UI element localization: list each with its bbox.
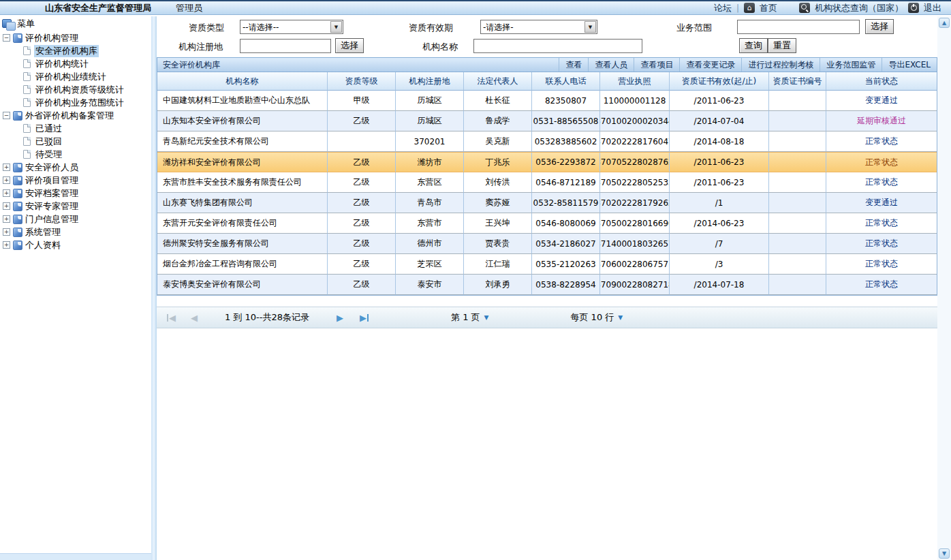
expand-icon[interactable]: +	[3, 228, 10, 236]
sidebar-node-label[interactable]: 安全评价人员	[25, 161, 78, 174]
sidebar-item-label[interactable]: 评价机构资质等级统计	[34, 84, 125, 96]
sidebar-node-label[interactable]: 评价机构管理	[25, 32, 78, 44]
forum-link[interactable]: 论坛	[714, 2, 732, 14]
column-header[interactable]: 机构注册地	[396, 72, 464, 91]
sidebar-node-label[interactable]: 安评档案管理	[25, 187, 78, 200]
table-row[interactable]: 德州聚安特安全服务有限公司乙级德州市贾表贵0534-21860273714000…	[157, 234, 937, 254]
collapse-icon[interactable]: −	[3, 112, 10, 119]
sidebar-node[interactable]: +安全评价人员	[0, 161, 151, 174]
toolbar-button-0[interactable]: 查看	[559, 58, 588, 72]
table-row[interactable]: 东营市胜丰安全技术服务有限责任公司乙级东营区刘传洪0546-8712189370…	[157, 172, 937, 193]
status-query-icon[interactable]	[799, 3, 810, 13]
qual-type-select[interactable]: --请选择-- ▼	[240, 20, 343, 34]
table-row[interactable]: 东营开元安全评价有限责任公司乙级东营市王兴坤0546-8080069370500…	[157, 213, 937, 234]
sidebar-node[interactable]: +系统管理	[0, 225, 151, 238]
toolbar-button-3[interactable]: 查看变更记录	[679, 58, 741, 72]
reg-choose-button[interactable]: 选择	[335, 38, 364, 53]
sidebar-node-label[interactable]: 外省评价机构备案管理	[25, 110, 114, 122]
page-select-caret-icon[interactable]: ▼	[484, 314, 489, 321]
vertical-scrollbar[interactable]: ▲ ▼	[937, 16, 951, 560]
sidebar-item-label[interactable]: 已驳回	[34, 136, 63, 148]
table-row[interactable]: 青岛新纪元安全技术有限公司370201吴克新053283885602370202…	[157, 131, 937, 152]
last-page-button[interactable]: ▶	[360, 313, 369, 323]
validity-select[interactable]: -请选择- ▼	[480, 20, 597, 34]
sidebar-item-label[interactable]: 评价机构业务范围统计	[34, 97, 125, 109]
sidebar-item[interactable]: 评价机构业务范围统计	[0, 96, 151, 109]
toolbar-button-5[interactable]: 业务范围监管	[820, 58, 882, 72]
prev-page-button[interactable]: ◀	[191, 313, 198, 323]
table-row[interactable]: 烟台金邦冶金工程咨询有限公司乙级芝罘区江仁瑞0535-2120263370600…	[157, 254, 937, 275]
sidebar-item-label[interactable]: 待受理	[34, 149, 63, 161]
table-row[interactable]: 泰安博奥安全评价有限公司乙级泰安市刘承勇0538-822895437090022…	[157, 275, 937, 295]
table-cell: 0538-8228954	[532, 275, 600, 295]
column-header[interactable]: 联系人电话	[532, 72, 600, 91]
toolbar-button-6[interactable]: 导出EXCEL	[882, 58, 937, 72]
sidebar-item-label[interactable]: 已通过	[34, 123, 63, 135]
table-row[interactable]: 潍坊祥和安全评价有限公司乙级潍坊市丁兆乐0536-229387237070522…	[157, 152, 937, 172]
sidebar-node[interactable]: −评价机构管理	[0, 31, 151, 44]
org-name-input[interactable]	[473, 39, 642, 53]
expand-icon[interactable]: +	[3, 241, 10, 249]
table-row[interactable]: 中国建筑材料工业地质勘查中心山东总队甲级历城区杜长征82350807110000…	[157, 91, 937, 111]
expand-icon[interactable]: +	[3, 164, 10, 171]
column-header[interactable]: 机构名称	[157, 72, 328, 91]
logout-icon[interactable]	[908, 3, 919, 13]
sidebar-node[interactable]: +评价项目管理	[0, 174, 151, 187]
sidebar-node[interactable]: +个人资料	[0, 238, 151, 251]
search-button[interactable]: 查询	[739, 38, 768, 53]
sidebar-item-label[interactable]: 评价机构业绩统计	[34, 71, 108, 83]
table-cell: 110000001128	[600, 91, 670, 111]
column-header[interactable]: 资质证书有效(起/止)	[670, 72, 769, 91]
sidebar-item[interactable]: 待受理	[0, 148, 151, 161]
scope-input[interactable]	[737, 20, 860, 34]
sidebar-node[interactable]: +安评档案管理	[0, 187, 151, 200]
toolbar-button-1[interactable]: 查看人员	[588, 58, 634, 72]
home-link[interactable]: 首页	[760, 2, 777, 14]
scroll-down-icon[interactable]: ▼	[939, 548, 950, 559]
sidebar-item[interactable]: 安全评价机构库	[0, 44, 151, 57]
dropdown-arrow-icon[interactable]: ▼	[330, 21, 342, 33]
sidebar-node-label[interactable]: 评价项目管理	[25, 174, 78, 187]
per-page-caret-icon[interactable]: ▼	[618, 314, 623, 321]
column-header[interactable]: 营业执照	[600, 72, 670, 91]
column-header[interactable]: 当前状态	[826, 72, 937, 91]
panel-divider[interactable]	[151, 16, 157, 560]
expand-icon[interactable]: +	[3, 176, 10, 184]
expand-icon[interactable]: +	[3, 189, 10, 197]
sidebar-node[interactable]: +安评专家管理	[0, 200, 151, 213]
status-query-link[interactable]: 机构状态查询（国家）	[815, 2, 903, 14]
sidebar-item-label[interactable]: 评价机构统计	[34, 58, 90, 70]
sidebar-item[interactable]: 评价机构资质等级统计	[0, 83, 151, 96]
column-header[interactable]: 法定代表人	[464, 72, 532, 91]
sidebar-node[interactable]: −外省评价机构备案管理	[0, 109, 151, 122]
expand-icon[interactable]: +	[3, 215, 10, 223]
table-row[interactable]: 山东知本安全评价有限公司乙级历城区鲁成学0531-885655083701002…	[157, 111, 937, 131]
next-page-button[interactable]: ▶	[337, 313, 343, 323]
toolbar-button-2[interactable]: 查看项目	[634, 58, 679, 72]
sidebar-node-label[interactable]: 安评专家管理	[25, 200, 78, 213]
sidebar-item[interactable]: 评价机构业绩统计	[0, 70, 151, 83]
expand-icon[interactable]: +	[3, 202, 10, 210]
scroll-up-icon[interactable]: ▲	[939, 18, 950, 28]
sidebar-node-label[interactable]: 系统管理	[25, 226, 61, 238]
table-row[interactable]: 山东赛飞特集团有限公司乙级青岛市窦苏娅0532-8581157937020222…	[157, 193, 937, 213]
column-header[interactable]: 资质等级	[328, 72, 396, 91]
sidebar-item[interactable]: 已通过	[0, 122, 151, 135]
sidebar-item[interactable]: 已驳回	[0, 135, 151, 148]
reset-button[interactable]: 重置	[768, 38, 796, 53]
sidebar-item-label[interactable]: 安全评价机构库	[34, 45, 99, 57]
collapse-icon[interactable]: −	[3, 34, 10, 42]
sidebar-node[interactable]: +门户信息管理	[0, 213, 151, 225]
org-name-label: 机构名称	[422, 41, 458, 53]
dropdown-arrow-icon[interactable]: ▼	[584, 21, 596, 33]
toolbar-button-4[interactable]: 进行过程控制考核	[741, 58, 820, 72]
sidebar-node-label[interactable]: 门户信息管理	[25, 213, 78, 225]
scope-choose-button[interactable]: 选择	[865, 19, 894, 34]
reg-input[interactable]	[240, 39, 331, 53]
column-header[interactable]: 资质证书编号	[769, 72, 826, 91]
first-page-button[interactable]: ◀	[166, 313, 176, 323]
sidebar-node-label[interactable]: 个人资料	[25, 239, 61, 251]
sidebar-item[interactable]: 评价机构统计	[0, 57, 151, 70]
logout-link[interactable]: 退出	[924, 2, 941, 14]
home-icon[interactable]	[744, 3, 755, 13]
